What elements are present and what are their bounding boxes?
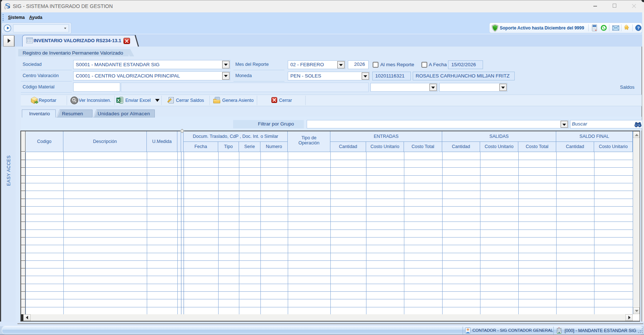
- svg-text:X: X: [117, 98, 120, 103]
- svg-text:?: ?: [637, 26, 640, 30]
